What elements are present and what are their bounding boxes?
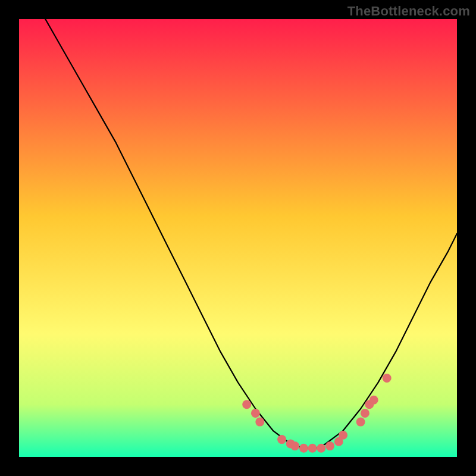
marker-dot <box>325 441 334 450</box>
marker-dot <box>383 374 392 383</box>
marker-dot <box>251 409 260 418</box>
marker-dot <box>290 441 299 450</box>
marker-dot <box>317 444 325 453</box>
marker-dot <box>369 396 378 405</box>
chart-area <box>19 19 457 457</box>
marker-dot <box>255 418 264 427</box>
marker-dot <box>242 400 251 409</box>
marker-dot <box>277 435 286 444</box>
marker-dot <box>299 444 308 453</box>
marker-dot <box>339 431 347 440</box>
gradient-background <box>19 19 457 457</box>
watermark-text: TheBottleneck.com <box>347 4 470 19</box>
bottleneck-chart <box>19 19 457 457</box>
marker-dot <box>361 409 369 418</box>
marker-dot <box>308 444 317 453</box>
marker-dot <box>356 418 365 427</box>
